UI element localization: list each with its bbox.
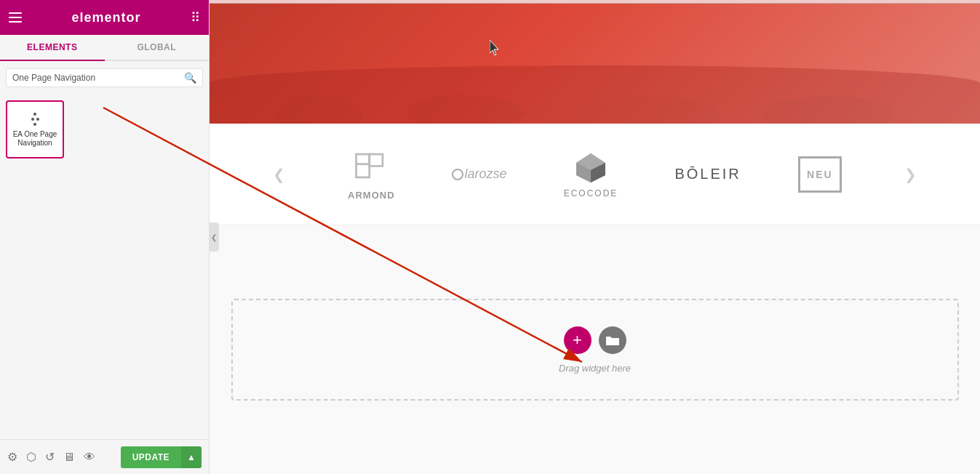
- widget-list: EA One Page Navigation: [0, 95, 209, 439]
- search-bar[interactable]: 🔍: [6, 68, 203, 87]
- search-icon: 🔍: [184, 72, 196, 84]
- history-icon[interactable]: ↺: [45, 450, 55, 464]
- tab-global[interactable]: GLOBAL: [105, 35, 210, 60]
- larozse-ring-icon: [452, 169, 463, 180]
- logo-item-armono: ARMOND: [348, 148, 395, 201]
- folder-icon: [606, 334, 619, 346]
- neu-logo-graphic: NEU: [798, 156, 842, 193]
- left-panel: elementor ⠿ ELEMENTS GLOBAL 🔍 EA On: [0, 0, 210, 474]
- panel-tabs: ELEMENTS GLOBAL: [0, 35, 209, 61]
- search-input[interactable]: [12, 73, 184, 83]
- svg-rect-5: [356, 154, 370, 177]
- bottom-icons: ⚙ ⬡ ↺ 🖥 👁: [7, 450, 95, 464]
- tab-elements[interactable]: ELEMENTS: [0, 35, 105, 61]
- hero-section: [210, 0, 980, 124]
- top-bar: elementor ⠿: [0, 0, 209, 35]
- widget-label: EA One Page Navigation: [10, 130, 60, 148]
- logo-item-boleir: BŌLEIR: [674, 166, 741, 182]
- hamburger-menu[interactable]: [9, 12, 22, 23]
- cursor-indicator: [490, 40, 501, 59]
- update-main-button[interactable]: UPDATE: [121, 446, 181, 468]
- drop-zone: + Drag widget here: [231, 299, 959, 401]
- logos-section: ❮ ARMOND larozse: [210, 124, 980, 225]
- armono-label: ARMOND: [348, 190, 395, 201]
- drop-zone-buttons: +: [564, 326, 626, 354]
- logo-next-button[interactable]: ❯: [899, 166, 923, 183]
- ecocode-logo-graphic: [573, 150, 609, 182]
- svg-rect-6: [370, 154, 383, 166]
- navigation-dots-icon: [31, 113, 39, 126]
- add-widget-button[interactable]: +: [564, 326, 591, 354]
- armono-logo-graphic: [353, 148, 389, 184]
- logo-prev-button[interactable]: ❮: [267, 166, 291, 183]
- empty-section: + Drag widget here: [210, 225, 980, 474]
- update-button-group: UPDATE ▲: [121, 446, 202, 468]
- elementor-logo: elementor: [71, 10, 140, 25]
- larozse-label: larozse: [465, 166, 507, 182]
- settings-icon[interactable]: ⚙: [7, 450, 17, 464]
- layers-icon[interactable]: ⬡: [26, 450, 36, 464]
- template-button[interactable]: [599, 326, 626, 354]
- ecocode-label: ECOCODE: [564, 188, 618, 198]
- bottom-bar: ⚙ ⬡ ↺ 🖥 👁 UPDATE ▲: [0, 439, 209, 474]
- widget-item-one-page-nav[interactable]: EA One Page Navigation: [6, 100, 64, 158]
- panel-collapse-handle[interactable]: ❮: [209, 222, 219, 252]
- drag-widget-text: Drag widget here: [559, 363, 631, 374]
- logo-item-ecocode: ECOCODE: [564, 150, 618, 198]
- boleir-label: BŌLEIR: [674, 166, 741, 182]
- responsive-icon[interactable]: 🖥: [63, 451, 75, 464]
- update-arrow-button[interactable]: ▲: [181, 446, 202, 468]
- preview-icon[interactable]: 👁: [84, 451, 95, 464]
- right-area: ❮ ARMOND larozse: [210, 0, 980, 474]
- logo-item-larozse: larozse: [452, 166, 507, 182]
- grid-icon[interactable]: ⠿: [191, 9, 200, 25]
- logo-item-neu: NEU: [798, 156, 842, 193]
